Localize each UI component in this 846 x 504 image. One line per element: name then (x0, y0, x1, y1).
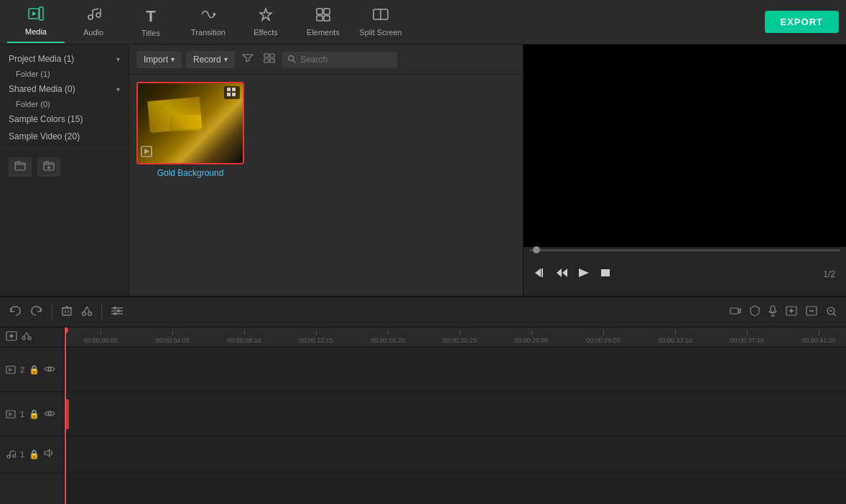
step-back-button[interactable] (556, 267, 569, 282)
nav-audio[interactable]: Audio (65, 1, 122, 43)
svg-line-68 (24, 332, 27, 337)
cut-button[interactable] (81, 305, 93, 319)
expand-button[interactable] (806, 306, 817, 319)
ruler-mark-5: 00:00:20:25 (424, 331, 496, 344)
timeline: 2 🔒 1 🔒 1 🔒 (0, 296, 846, 504)
rewind-button[interactable] (534, 267, 547, 282)
audio-1-row (65, 437, 846, 472)
undo-button[interactable] (9, 305, 22, 319)
ruler-label-3: 00:00:12:15 (299, 337, 333, 344)
ruler-mark-4: 00:00:16:20 (352, 331, 424, 344)
svg-point-66 (22, 337, 25, 340)
audio-1-vol[interactable] (44, 449, 54, 459)
import-button[interactable]: Import ▾ (136, 51, 182, 68)
svg-point-75 (48, 412, 51, 415)
svg-line-5 (93, 9, 98, 10)
sidebar-item-shared-media[interactable]: Shared Media (0) ▾ (0, 80, 129, 98)
add-track-button[interactable] (6, 331, 17, 343)
camera-record-button[interactable] (730, 306, 741, 319)
grid-view-button[interactable] (261, 50, 278, 68)
svg-point-67 (28, 337, 31, 340)
sidebar-item-sample-colors[interactable]: Sample Colors (15) (0, 111, 129, 128)
nav-elements[interactable]: Elements (294, 1, 352, 43)
nav-split-screen-label: Split Screen (359, 28, 401, 37)
svg-line-42 (84, 307, 87, 312)
record-button[interactable]: Record ▾ (186, 51, 235, 68)
svg-rect-25 (232, 88, 236, 91)
track-1-number: 1 (20, 410, 24, 419)
ruler-mark-1: 00:00:04:05 (136, 331, 208, 344)
record-chevron-icon: ▾ (224, 55, 228, 63)
import-label: Import (144, 55, 168, 65)
scissors-track-button[interactable] (22, 331, 33, 343)
audio-1-lock[interactable]: 🔒 (29, 449, 39, 459)
nav-split-screen[interactable]: Split Screen (352, 1, 409, 43)
media-thumbnail (138, 83, 243, 163)
ruler-label-8: 00:00:33:10 (658, 337, 692, 344)
track-2-lock[interactable]: 🔒 (29, 365, 39, 375)
redo-button[interactable] (30, 305, 43, 319)
svg-point-47 (113, 307, 116, 309)
shield-button[interactable] (750, 305, 760, 319)
nav-elements-label: Elements (307, 28, 340, 37)
media-icon (28, 6, 44, 24)
ruler-label-0: 00:00:00:00 (83, 337, 118, 344)
elements-icon (315, 7, 331, 25)
track-1-row (65, 392, 846, 437)
svg-rect-50 (730, 308, 738, 314)
sidebar-item-sample-video[interactable]: Sample Video (20) (0, 128, 129, 145)
sidebar-item-project-media[interactable]: Project Media (1) ▾ (0, 50, 129, 67)
sidebar-item-folder-1[interactable]: Folder (1) (0, 67, 129, 80)
nav-titles[interactable]: T Titles (122, 1, 180, 43)
timeline-toolbar (0, 297, 846, 327)
adjust-button[interactable] (111, 306, 124, 319)
top-nav: Media Audio T Titles Transition (0, 0, 846, 45)
search-input[interactable] (300, 55, 391, 65)
export-button[interactable]: EXPORT (765, 11, 839, 33)
nav-media[interactable]: Media (7, 1, 65, 43)
track-1-eye[interactable] (44, 409, 55, 419)
tl-right-icons (730, 305, 837, 319)
nav-effects[interactable]: Effects (237, 1, 294, 43)
import-chevron-icon: ▾ (171, 55, 175, 63)
ruler-mark-7: 00:00:29:05 (567, 331, 639, 344)
play-button[interactable] (577, 267, 590, 282)
delete-button[interactable] (61, 305, 73, 319)
import-folder-button[interactable] (37, 157, 60, 177)
add-folder-button[interactable] (9, 157, 32, 177)
timeline-right: 00:00:00:00 00:00:04:05 00:00:08:10 00:0… (65, 327, 846, 504)
svg-marker-32 (557, 269, 562, 277)
nav-audio-label: Audio (83, 28, 103, 37)
svg-marker-74 (9, 412, 13, 416)
svg-marker-71 (9, 368, 13, 372)
microphone-button[interactable] (768, 305, 777, 319)
track-1-content (65, 392, 846, 436)
track-ctrl-2: 2 🔒 (0, 347, 64, 392)
zoom-out-button[interactable] (826, 306, 837, 319)
svg-rect-21 (270, 59, 274, 62)
svg-rect-31 (541, 269, 543, 277)
search-box[interactable] (282, 52, 397, 67)
media-item-gold-background[interactable]: Gold Background (136, 82, 244, 178)
track-1-lock[interactable]: 🔒 (29, 409, 39, 419)
nav-transition[interactable]: Transition (180, 1, 237, 43)
ruler-label-10: 00:00:41:20 (801, 337, 836, 344)
svg-rect-2 (39, 7, 43, 20)
track-2-eye[interactable] (44, 364, 55, 375)
svg-rect-20 (264, 59, 269, 62)
ruler-mark-2: 00:00:08:10 (208, 331, 280, 344)
filter-button[interactable] (239, 50, 256, 68)
track-add-button[interactable] (786, 306, 797, 319)
svg-line-69 (27, 332, 29, 337)
preview-screen (524, 45, 846, 247)
sidebar-item-folder-0[interactable]: Folder (0) (0, 98, 129, 111)
ruler-mark-0: 00:00:00:00 (65, 331, 136, 344)
nav-transition-label: Transition (191, 28, 226, 37)
stop-button[interactable] (599, 267, 612, 282)
thumb-play-icon (141, 146, 152, 160)
ruler-marks: 00:00:00:00 00:00:04:05 00:00:08:10 00:0… (65, 327, 846, 347)
ruler-label-7: 00:00:29:05 (586, 337, 620, 344)
playhead-line-a1 (65, 437, 66, 472)
media-toolbar: Import ▾ Record ▾ (129, 45, 523, 75)
svg-rect-10 (317, 9, 322, 14)
